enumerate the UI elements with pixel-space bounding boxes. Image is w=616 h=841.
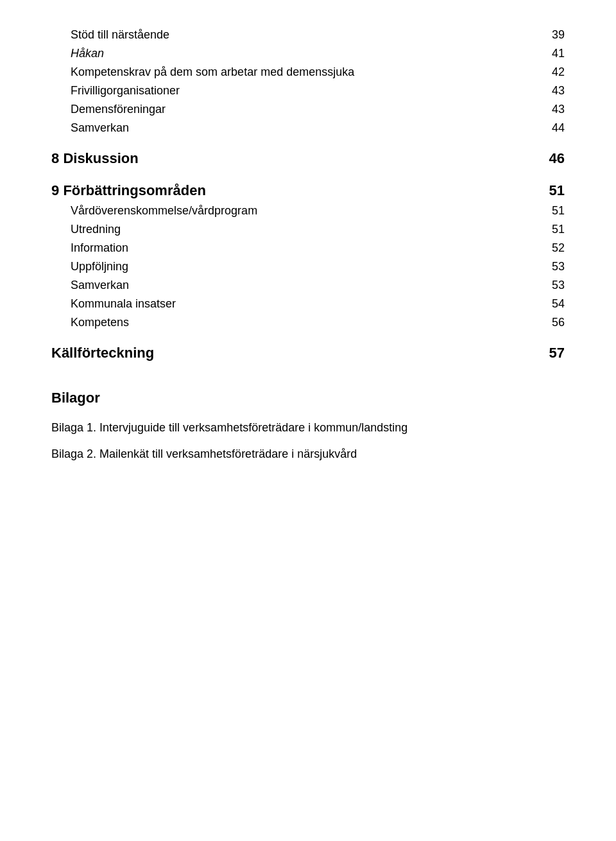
toc-page-demens: 43 [533, 103, 565, 116]
toc-label-stod: Stöd till närstående [71, 28, 533, 42]
toc-label-kall: Källförteckning [51, 345, 533, 361]
toc-row-kompetens-krav: Kompetenskrav på dem som arbetar med dem… [51, 63, 565, 82]
toc-label-utredning: Utredning [71, 223, 533, 236]
toc-label-hakan: Håkan [71, 47, 533, 60]
toc-page-samverkan-2: 53 [533, 279, 565, 292]
toc-row-demens: Demensföreningar 43 [51, 100, 565, 119]
toc-page-information: 52 [533, 241, 565, 255]
toc-label-section8: 8 Diskussion [51, 150, 533, 167]
gap-2 [51, 169, 565, 180]
toc-row-information: Information 52 [51, 239, 565, 257]
toc-label-samverkan-2: Samverkan [71, 279, 533, 292]
toc-page-stod: 39 [533, 28, 565, 42]
toc-row-kompetens: Kompetens 56 [51, 313, 565, 332]
toc-page-hakan: 41 [533, 47, 565, 60]
toc-row-uppfoljning: Uppföljning 53 [51, 257, 565, 276]
toc-page-frivillig: 43 [533, 84, 565, 98]
toc-label-information: Information [71, 241, 533, 255]
toc-row-kall: Källförteckning 57 [51, 342, 565, 364]
toc-label-demens: Demensföreningar [71, 103, 533, 116]
toc-label-uppfoljning: Uppföljning [71, 260, 533, 273]
toc-label-frivillig: Frivilligorganisationer [71, 84, 533, 98]
toc-row-utredning: Utredning 51 [51, 220, 565, 239]
toc-page-utredning: 51 [533, 223, 565, 236]
toc-page-section9: 51 [533, 182, 565, 199]
bilagor-heading: Bilagor [51, 390, 565, 406]
toc-label-kompetens-krav: Kompetenskrav på dem som arbetar med dem… [71, 65, 533, 79]
toc-page-section8: 46 [533, 150, 565, 167]
toc-page-uppfoljning: 53 [533, 260, 565, 273]
toc-container: Stöd till närstående 39 Håkan 41 Kompete… [51, 26, 565, 463]
toc-label-vardoverenskommelse: Vårdöverenskommelse/vårdprogram [71, 204, 533, 218]
toc-row-hakan: Håkan 41 [51, 44, 565, 63]
toc-row-vardoverenskommelse: Vårdöverenskommelse/vårdprogram 51 [51, 202, 565, 220]
toc-row-kommunala: Kommunala insatser 54 [51, 295, 565, 313]
toc-row-stod: Stöd till närstående 39 [51, 26, 565, 44]
toc-page-kompetens-krav: 42 [533, 65, 565, 79]
toc-label-kompetens: Kompetens [71, 316, 533, 329]
toc-page-vardoverenskommelse: 51 [533, 204, 565, 218]
toc-row-samverkan-1: Samverkan 44 [51, 119, 565, 137]
toc-label-section9: 9 Förbättringsområden [51, 182, 533, 199]
toc-row-section8: 8 Diskussion 46 [51, 148, 565, 169]
bilagor-section: Bilagor Bilaga 1. Intervjuguide till ver… [51, 390, 565, 463]
toc-row-samverkan-2: Samverkan 53 [51, 276, 565, 295]
toc-label-samverkan-1: Samverkan [71, 121, 533, 135]
toc-row-frivillig: Frivilligorganisationer 43 [51, 82, 565, 100]
toc-page-kall: 57 [533, 345, 565, 361]
toc-label-kommunala: Kommunala insatser [71, 297, 533, 311]
toc-row-section9: 9 Förbättringsområden 51 [51, 180, 565, 202]
gap-3 [51, 332, 565, 342]
gap-1 [51, 137, 565, 148]
toc-page-kommunala: 54 [533, 297, 565, 311]
bilaga-1: Bilaga 1. Intervjuguide till verksamhets… [51, 419, 565, 437]
toc-page-samverkan-1: 44 [533, 121, 565, 135]
bilaga-2: Bilaga 2. Mailenkät till verksamhetsföre… [51, 446, 565, 463]
toc-page-kompetens: 56 [533, 316, 565, 329]
